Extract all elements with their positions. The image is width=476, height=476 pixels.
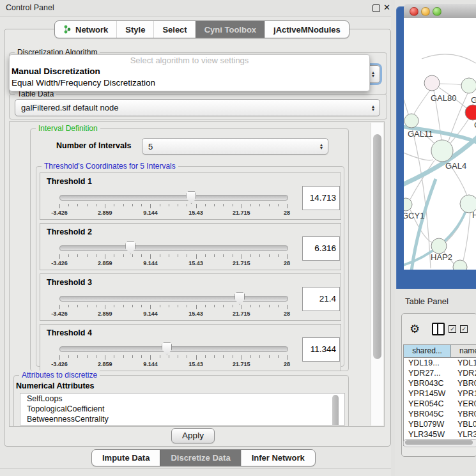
cell-shared-name[interactable]: YER054C <box>404 399 456 409</box>
tick-mark <box>68 355 69 358</box>
column-header-name[interactable]: name <box>451 345 476 357</box>
tab-impute-data[interactable]: Impute Data <box>92 450 160 466</box>
checkbox-icon[interactable]: ✓ <box>460 325 468 333</box>
tick-mark <box>59 254 60 259</box>
column-layout-icon[interactable] <box>432 323 445 335</box>
attributes-list-scrollbar[interactable] <box>332 395 339 426</box>
threshold-slider-track[interactable] <box>59 296 288 302</box>
network-node[interactable] <box>465 105 476 120</box>
tick-mark <box>87 204 88 206</box>
network-edge[interactable] <box>413 89 431 115</box>
table-row[interactable]: YDR27...YDR27 <box>404 368 476 378</box>
numerical-attributes-label: Numerical Attributes <box>16 381 94 390</box>
cell-shared-name[interactable]: YDR27... <box>404 368 456 378</box>
table-row[interactable]: YLR345WYLR34 <box>404 429 476 440</box>
float-panel-icon[interactable] <box>372 4 380 12</box>
tab-style[interactable]: Style <box>116 21 153 38</box>
network-node-gal80[interactable] <box>424 75 440 91</box>
column-header-shared-name[interactable]: shared... <box>404 345 451 357</box>
threshold-slider-track[interactable] <box>59 245 288 251</box>
table-hscrollbar-thumb[interactable] <box>405 440 473 445</box>
threshold-coordinates-group-title: Threshold's Coordinates for 5 Intervals <box>42 162 178 171</box>
network-edge[interactable] <box>440 84 462 85</box>
network-edge[interactable] <box>463 213 470 263</box>
table-row[interactable]: YPR145WYPR14 <box>404 388 476 399</box>
tick-mark <box>141 204 142 206</box>
window-zoom-traffic-light[interactable] <box>433 7 441 16</box>
tab-cyni-toolbox[interactable]: Cyni Toolbox <box>196 21 265 38</box>
tab-jactivemnodules[interactable]: jActiveMNodules <box>265 21 349 38</box>
network-node-hap2[interactable] <box>431 238 447 254</box>
cell-name[interactable]: YPR14 <box>456 388 476 399</box>
checkbox-icon[interactable]: ✓ <box>449 325 456 333</box>
cell-name[interactable]: YDL19 <box>456 358 476 368</box>
cell-shared-name[interactable]: YPR145W <box>404 388 456 399</box>
tick-mark <box>233 355 233 358</box>
table-row[interactable]: YBR043CYBR04 <box>404 378 476 388</box>
gear-icon[interactable]: ⚙ <box>410 322 420 336</box>
tick-mark <box>187 355 187 358</box>
tick-mark <box>141 355 142 358</box>
network-canvas[interactable]: GAL80GACGAL11GAL4GCY1HHAP2 <box>404 18 476 270</box>
tab-discretize-data[interactable]: Discretize Data <box>160 450 240 466</box>
table-row[interactable]: YBL079WYBL07 <box>404 419 476 429</box>
threshold-slider-thumb[interactable] <box>234 292 245 305</box>
threshold-value-field[interactable]: 6.316 <box>302 236 340 261</box>
threshold-slider-track[interactable] <box>59 195 288 201</box>
threshold-value-field[interactable]: 14.713 <box>302 186 340 210</box>
tick-mark <box>132 355 133 358</box>
cell-name[interactable]: YBR04 <box>456 378 476 388</box>
table-horizontal-scrollbar[interactable] <box>403 439 476 447</box>
threshold-value-field[interactable]: 21.4 <box>302 287 340 311</box>
tab-select[interactable]: Select <box>153 21 195 38</box>
table-row[interactable]: YBR045CYBR04 <box>404 409 476 419</box>
cell-name[interactable]: YBR04 <box>456 409 476 419</box>
table-row[interactable]: YDL19...YDL19 <box>404 358 476 368</box>
threshold-slider-thumb[interactable] <box>186 191 196 204</box>
threshold-value-field[interactable]: 11.344 <box>302 337 340 362</box>
tab-network[interactable]: Network <box>55 21 116 38</box>
threshold-label: Threshold 1 <box>47 177 92 186</box>
network-window-titlebar[interactable] <box>404 4 476 19</box>
tick-mark <box>77 305 78 307</box>
cell-name[interactable]: YER05 <box>456 399 476 409</box>
tick-mark <box>205 254 206 257</box>
attribute-list-item[interactable]: SelfLoops <box>20 394 344 404</box>
threshold-slider-thumb[interactable] <box>162 342 172 355</box>
number-of-intervals-combobox[interactable]: 5 ▲▼ <box>142 138 328 155</box>
tick-mark <box>160 254 160 257</box>
settings-scrollbar-thumb[interactable] <box>373 134 381 359</box>
cell-shared-name[interactable]: YBR043C <box>404 378 456 388</box>
attribute-list-item[interactable]: TopologicalCoefficient <box>20 404 344 414</box>
cell-shared-name[interactable]: YBL079W <box>404 419 456 429</box>
algorithm-placeholder-option[interactable]: Select algorithm to view settings <box>10 55 369 66</box>
cell-name[interactable]: YBL07 <box>456 419 476 429</box>
network-node[interactable] <box>461 78 476 93</box>
window-minimize-traffic-light[interactable] <box>421 7 430 16</box>
apply-button[interactable]: Apply <box>171 428 215 443</box>
threshold-slider-thumb[interactable] <box>125 242 135 254</box>
cell-name[interactable]: YDR27 <box>456 368 476 378</box>
threshold-row: Threshold 2-3.4262.8599.14415.4321.71528… <box>40 223 341 270</box>
cell-shared-name[interactable]: YDL19... <box>404 358 456 368</box>
threshold-slider-track[interactable] <box>59 346 288 352</box>
algorithm-option[interactable]: Manual Discretization <box>10 66 369 77</box>
cell-shared-name[interactable]: YLR345W <box>404 429 456 440</box>
tab-infer-network[interactable]: Infer Network <box>241 450 315 466</box>
network-node[interactable] <box>453 260 467 270</box>
close-icon[interactable]: ✕ <box>383 3 390 12</box>
table-row[interactable]: YER054CYER05 <box>404 399 476 409</box>
algorithm-option[interactable]: Equal Width/Frequency Discretization <box>10 77 369 89</box>
panel-bottom-divider <box>0 468 395 469</box>
attribute-list-item[interactable]: BetweennessCentrality <box>20 414 344 424</box>
network-node-gal4[interactable] <box>431 140 453 162</box>
window-close-traffic-light[interactable] <box>410 7 418 16</box>
table-data-combobox[interactable]: galFiltered.sif default node ▲▼ <box>15 99 380 116</box>
cell-name[interactable]: YLR34 <box>456 429 476 440</box>
settings-vertical-scrollbar[interactable] <box>371 123 383 426</box>
cell-shared-name[interactable]: YBR045C <box>404 409 456 419</box>
network-edge[interactable] <box>422 54 476 65</box>
network-node-gcy1[interactable] <box>404 198 412 211</box>
table-panel-toolbar: ⚙ ✓ ✓ <box>402 314 476 344</box>
network-node-gal11[interactable] <box>404 114 418 128</box>
